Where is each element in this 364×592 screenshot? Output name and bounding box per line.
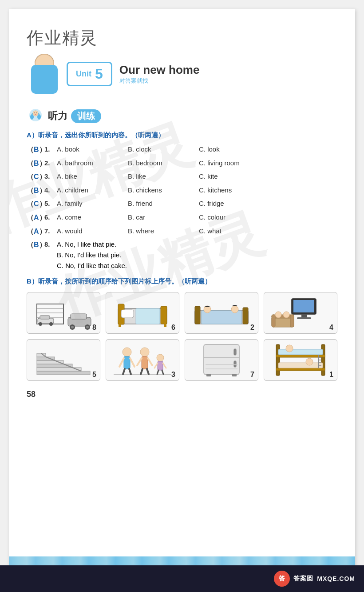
- option-5a: A. family: [57, 198, 128, 209]
- unit-section: Unit 5 Our new home 对答案就找: [27, 54, 337, 94]
- section-b-instruction: B）听录音，按所听到的顺序给下列图片标上序号。（听两遍）: [27, 277, 337, 286]
- scene-single-bed: [109, 295, 176, 331]
- svg-point-88: [306, 358, 313, 365]
- option-8c: C. No, I'd like that cake.: [57, 260, 127, 271]
- scene-double-bed: [188, 295, 255, 331]
- options-6: A. come B. car C. colour: [57, 212, 337, 223]
- svg-point-67: [157, 354, 164, 361]
- image-cell-3: 2: [185, 292, 258, 334]
- item-number-5: 5.: [44, 198, 57, 209]
- svg-rect-11: [71, 314, 87, 319]
- svg-point-13: [71, 326, 74, 328]
- answer-bracket-6: （A）: [27, 212, 43, 224]
- svg-point-18: [39, 322, 42, 326]
- option-5c: C. fridge: [199, 198, 261, 209]
- svg-line-66: [147, 369, 149, 374]
- section-title-cn: 听力: [48, 109, 67, 123]
- option-6b: B. car: [128, 212, 199, 223]
- options-5: A. family B. friend C. fridge: [57, 198, 337, 209]
- svg-line-70: [163, 363, 166, 368]
- svg-point-15: [86, 326, 89, 328]
- svg-rect-28: [195, 306, 200, 324]
- svg-rect-73: [204, 344, 239, 375]
- option-2c: C. living room: [199, 158, 261, 168]
- options-7: A. would B. where C. what: [57, 226, 337, 236]
- quiz-item-7: （A） 7. A. would B. where C. what: [27, 226, 337, 237]
- image-grid: 8 6: [27, 292, 337, 381]
- quiz-item-4: （B） 4. A. children B. chickens C. kitche…: [27, 185, 337, 196]
- svg-line-72: [162, 370, 163, 374]
- svg-point-41: [275, 312, 281, 318]
- option-4a: A. children: [57, 185, 128, 196]
- option-7a: A. would: [57, 226, 128, 236]
- svg-rect-26: [164, 323, 166, 327]
- option-6c: C. colour: [199, 212, 261, 223]
- option-1a: A. book: [57, 144, 128, 155]
- svg-line-71: [157, 370, 158, 374]
- quiz-list-a: （B） 1. A. book B. clock C. look （B） 2. A…: [27, 144, 337, 271]
- options-2: A. bathroom B. bedroom C. living room: [57, 158, 337, 168]
- item-number-7: 7.: [44, 226, 57, 236]
- svg-rect-23: [121, 310, 134, 318]
- image-number-4: 4: [329, 324, 333, 332]
- answer-bracket-2: （B）: [27, 158, 43, 169]
- scene-bunk-bed: [267, 342, 334, 378]
- scene-stairs: [30, 342, 97, 378]
- option-3c: C. kite: [199, 171, 261, 182]
- option-3a: A. bike: [57, 171, 128, 182]
- svg-point-3: [33, 111, 38, 116]
- answer-bracket-7: （A）: [27, 226, 43, 237]
- svg-rect-85: [278, 349, 323, 355]
- svg-point-42: [283, 312, 289, 318]
- image-number-2: 6: [171, 324, 175, 332]
- image-cell-4: 4: [264, 292, 337, 334]
- svg-point-5: [36, 112, 37, 113]
- quiz-item-5: （C） 5. A. family B. friend C. fridge: [27, 198, 337, 210]
- quiz-item-8: （B） 8. A. No, I like that pie. B. No, I'…: [27, 239, 337, 271]
- svg-point-19: [49, 322, 53, 326]
- image-number-1: 8: [92, 324, 96, 332]
- svg-line-64: [148, 358, 152, 365]
- footer-site: 答案圆: [293, 575, 313, 583]
- svg-rect-68: [158, 361, 163, 370]
- option-4c: C. kitchens: [199, 185, 261, 196]
- unit-subtitle: 对答案就找: [119, 77, 200, 85]
- options-1: A. book B. clock C. look: [57, 144, 337, 155]
- image-number-8: 1: [329, 371, 333, 379]
- page-number: 58: [27, 390, 337, 399]
- quiz-item-1: （B） 1. A. book B. clock C. look: [27, 144, 337, 156]
- item-number-3: 3.: [44, 171, 57, 182]
- image-cell-7: 7: [185, 339, 258, 381]
- option-8a: A. No, I like that pie.: [57, 239, 127, 250]
- svg-rect-76: [234, 361, 236, 367]
- option-2a: A. bathroom: [57, 158, 128, 168]
- svg-rect-17: [40, 316, 50, 319]
- image-cell-1: 8: [27, 292, 100, 334]
- scene-living-room: [267, 295, 334, 331]
- svg-line-63: [137, 358, 142, 365]
- headphone-icon: [27, 107, 44, 125]
- svg-rect-62: [142, 356, 148, 369]
- answer-bracket-5: （C）: [27, 198, 43, 210]
- svg-point-4: [34, 112, 35, 113]
- svg-rect-79: [206, 374, 211, 376]
- image-cell-2: 6: [106, 292, 179, 334]
- section-a-instruction: A）听录音，选出你所听到的内容。（听两遍）: [27, 131, 337, 140]
- answer-bracket-1: （B）: [27, 144, 43, 156]
- svg-rect-39: [272, 315, 275, 327]
- options-8: A. No, I like that pie. B. No, I'd like …: [57, 239, 127, 271]
- svg-rect-25: [119, 323, 121, 327]
- item-number-4: 4.: [44, 185, 57, 196]
- svg-line-57: [119, 358, 124, 367]
- unit-label: Unit: [76, 69, 91, 79]
- svg-rect-43: [37, 371, 90, 375]
- option-8b: B. No, I'd like that pie.: [57, 250, 127, 260]
- answer-bracket-4: （B）: [27, 185, 43, 196]
- image-cell-8: 1: [264, 339, 337, 381]
- unit-badge: Unit 5: [67, 62, 112, 86]
- image-cell-6: 3: [106, 339, 179, 381]
- item-number-6: 6.: [44, 212, 57, 223]
- svg-rect-22: [161, 306, 167, 324]
- svg-rect-75: [234, 349, 236, 355]
- svg-point-87: [286, 345, 293, 352]
